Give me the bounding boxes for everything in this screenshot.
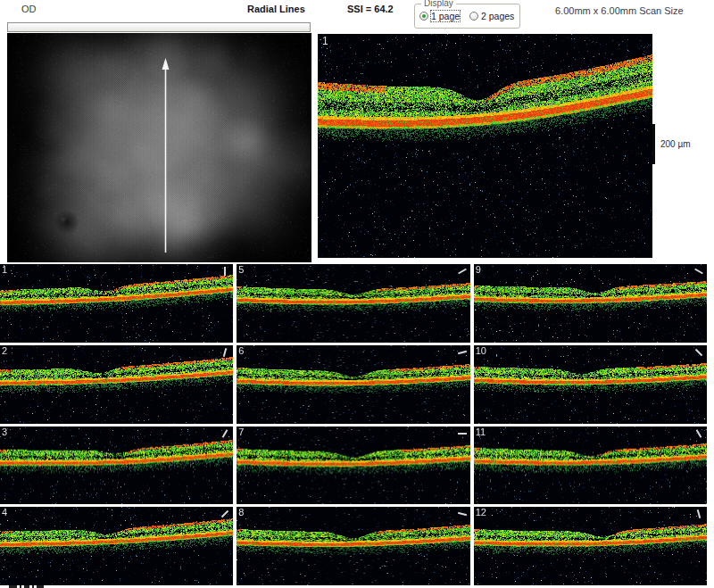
thumbnail-scan-9[interactable]: 9 bbox=[474, 264, 707, 343]
scan-progress-track bbox=[7, 22, 311, 32]
thumbnail-scan-11[interactable]: 11 bbox=[474, 427, 707, 505]
thumbnail-scan-10[interactable]: 10 bbox=[474, 345, 707, 424]
radio-2-pages-label: 2 pages bbox=[481, 11, 514, 21]
oct-thumbnail-image bbox=[0, 345, 233, 424]
display-groupbox: Display 1 page 2 pages bbox=[414, 4, 520, 29]
oct-thumbnail-image bbox=[474, 507, 707, 585]
main-oct-scan: 1 bbox=[318, 34, 652, 258]
oct-thumbnail-image bbox=[0, 427, 233, 505]
scan-number-label: 1 bbox=[2, 265, 7, 275]
thumbnail-scan-8[interactable]: 8 bbox=[237, 507, 469, 585]
scan-angle-indicator-icon bbox=[458, 433, 467, 435]
oct-thumbnail-image bbox=[237, 507, 469, 585]
scan-number-label: 6 bbox=[238, 346, 244, 356]
radio-1-page[interactable]: 1 page bbox=[419, 11, 460, 21]
scan-number-label: 5 bbox=[238, 265, 244, 275]
fundus-image bbox=[7, 33, 311, 262]
oct-thumbnail-image bbox=[237, 345, 469, 424]
signal-strength-label: SSI = 64.2 bbox=[347, 4, 394, 14]
scan-number-label: 12 bbox=[476, 508, 486, 518]
scale-bar bbox=[652, 124, 655, 164]
eye-label: OD bbox=[21, 4, 37, 14]
scan-number-label: 8 bbox=[238, 508, 244, 518]
thumbnail-scan-12[interactable]: 12 bbox=[474, 507, 707, 585]
oct-thumbnail-image bbox=[0, 507, 233, 585]
scan-number-label: 11 bbox=[476, 427, 486, 437]
radio-button-icon[interactable] bbox=[419, 12, 428, 21]
scan-number-label: 10 bbox=[476, 346, 486, 356]
thumbnail-scan-7[interactable]: 7 bbox=[237, 427, 469, 505]
oct-thumbnail-image bbox=[237, 264, 469, 343]
scan-type-label: Radial Lines bbox=[247, 4, 305, 14]
scan-number-label: 2 bbox=[2, 346, 7, 356]
fundus-canvas bbox=[7, 33, 311, 262]
main-scan-number: 1 bbox=[322, 36, 328, 46]
oct-thumbnail-image bbox=[474, 427, 707, 505]
oct-radial-lines-screen: OD Radial Lines SSI = 64.2 6.00mm x 6.00… bbox=[0, 0, 714, 588]
thumbnail-scan-6[interactable]: 6 bbox=[237, 345, 469, 424]
thumbnail-scan-5[interactable]: 5 bbox=[237, 264, 469, 343]
radio-button-icon[interactable] bbox=[469, 12, 478, 21]
scan-angle-indicator-icon bbox=[224, 267, 226, 276]
scan-number-label: 3 bbox=[2, 427, 7, 437]
thumbnail-scan-3[interactable]: 3 bbox=[0, 427, 233, 505]
oct-thumbnail-image bbox=[474, 345, 707, 424]
thumbnail-scan-2[interactable]: 2 bbox=[0, 345, 233, 424]
thumbnail-scan-4[interactable]: 4 bbox=[0, 507, 233, 585]
main-oct-canvas bbox=[318, 34, 652, 258]
thumbnail-scan-1[interactable]: 1 bbox=[0, 264, 233, 343]
thumbnail-grid: 1 5 9 2 6 10 3 bbox=[0, 264, 707, 585]
scan-number-label: 4 bbox=[2, 508, 7, 518]
radio-2-pages[interactable]: 2 pages bbox=[469, 11, 514, 21]
display-groupbox-title: Display bbox=[421, 0, 456, 8]
scan-number-label: 9 bbox=[476, 265, 481, 275]
scan-number-label: 7 bbox=[238, 427, 244, 437]
scale-bar-label: 200 µm bbox=[660, 139, 691, 149]
scan-size-label: 6.00mm x 6.00mm Scan Size bbox=[555, 5, 684, 16]
oct-thumbnail-image bbox=[474, 264, 707, 343]
oct-thumbnail-image bbox=[237, 427, 469, 505]
oct-thumbnail-image bbox=[0, 264, 233, 343]
radio-1-page-label: 1 page bbox=[431, 11, 460, 21]
